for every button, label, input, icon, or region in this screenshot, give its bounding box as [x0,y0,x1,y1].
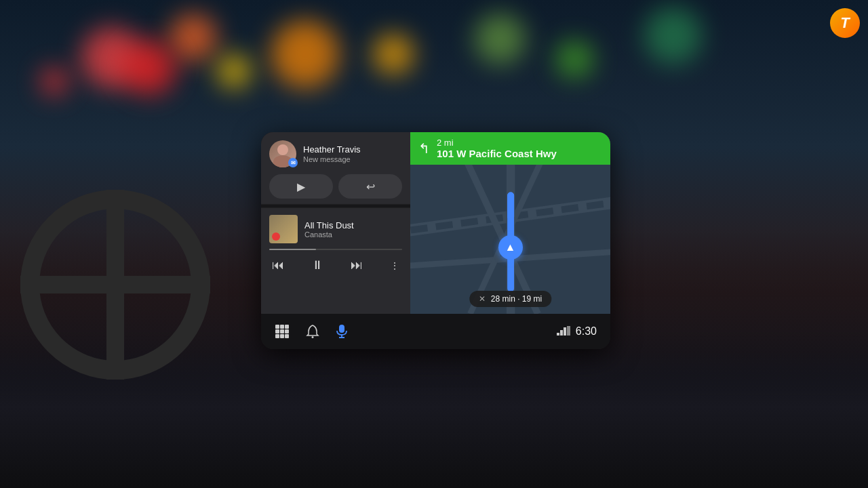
time-display: 6:30 [576,325,597,338]
eta-bar: ✕ 28 min · 19 mi [469,291,551,307]
album-art [269,215,298,243]
bell-icon [306,324,319,339]
steering-wheel [20,190,210,380]
svg-rect-10 [280,325,284,329]
svg-rect-9 [275,325,279,329]
svg-rect-11 [285,325,289,329]
pause-button[interactable]: ⏸ [309,256,326,275]
avatar-badge: ✉ [288,158,298,167]
reply-button[interactable]: ↩ [338,174,402,199]
microphone-icon [336,324,348,339]
notification-card: ✉ Heather Travis New message ▶ ↩ [261,132,410,204]
bokeh-light [475,14,526,64]
nav-distance: 2 mi [437,138,557,148]
play-button[interactable]: ▶ [269,174,333,199]
artist-name: Canasta [304,230,354,239]
svg-rect-13 [280,329,284,333]
notifications-button[interactable] [306,324,319,339]
svg-rect-23 [560,330,563,336]
svg-rect-14 [285,329,289,333]
toolbar-right: 6:30 [557,325,597,338]
notification-header: ✉ Heather Travis New message [269,140,402,167]
bokeh-light [373,34,414,75]
svg-point-18 [312,336,314,338]
top-section: ✉ Heather Travis New message ▶ ↩ [261,132,610,314]
bokeh-light [122,41,176,95]
svg-rect-19 [339,325,344,333]
svg-rect-12 [275,329,279,333]
progress-fill [269,249,316,250]
nav-info: 2 mi 101 W Pacific Coast Hwy [437,138,557,159]
toolbar-left [275,324,348,339]
message-label: New message [303,155,361,163]
microphone-button[interactable] [336,324,348,339]
music-header: All This Dust Canasta [269,215,402,243]
bokeh-light [41,68,68,95]
divider [261,205,410,207]
apps-icon [275,324,290,339]
android-auto-screen: ✉ Heather Travis New message ▶ ↩ [261,132,610,349]
map-panel: ↰ 2 mi 101 W Pacific Coast Hwy ▲ ✕ 28 mi… [410,132,610,314]
nav-street: 101 W Pacific Coast Hwy [437,148,557,159]
screen-content: ✉ Heather Travis New message ▶ ↩ [261,132,610,349]
avatar-wrap: ✉ [269,140,296,167]
bokeh-light [644,7,702,64]
sender-name: Heather Travis [303,144,361,155]
watermark: T [830,8,860,38]
bokeh-light [271,20,339,88]
signal-bars-icon [557,326,570,336]
skip-back-button[interactable]: ⏮ [269,256,287,275]
signal-icon [557,326,570,338]
position-marker: ▲ [498,235,523,260]
svg-rect-15 [275,334,279,338]
music-info: All This Dust Canasta [304,220,354,239]
skip-forward-button[interactable]: ⏭ [348,256,366,275]
bottom-toolbar: 6:30 [261,314,610,349]
eta-text: 28 min · 19 mi [491,294,542,304]
eta-close-icon[interactable]: ✕ [479,294,486,304]
notification-actions: ▶ ↩ [269,174,402,199]
navigation-banner: ↰ 2 mi 101 W Pacific Coast Hwy [410,132,610,165]
notification-text: Heather Travis New message [303,144,361,163]
svg-rect-25 [567,326,570,336]
svg-rect-24 [564,327,566,336]
svg-rect-17 [285,334,289,338]
svg-rect-16 [280,334,284,338]
bokeh-light [556,41,593,78]
watermark-letter: T [840,14,849,32]
more-options-button[interactable]: ⋮ [387,258,402,274]
apps-button[interactable] [275,324,290,339]
music-card: All This Dust Canasta ⏮ ⏸ ⏭ ⋮ [261,208,410,314]
music-controls: ⏮ ⏸ ⏭ ⋮ [269,256,402,275]
track-title: All This Dust [304,220,354,230]
position-arrow-icon: ▲ [505,241,516,253]
steering-area [0,136,258,488]
progress-bar [269,249,402,250]
bokeh-light [217,54,251,88]
bokeh-light [170,14,217,61]
svg-rect-22 [557,333,559,336]
turn-arrow-icon: ↰ [418,140,430,157]
left-panel: ✉ Heather Travis New message ▶ ↩ [261,132,410,314]
